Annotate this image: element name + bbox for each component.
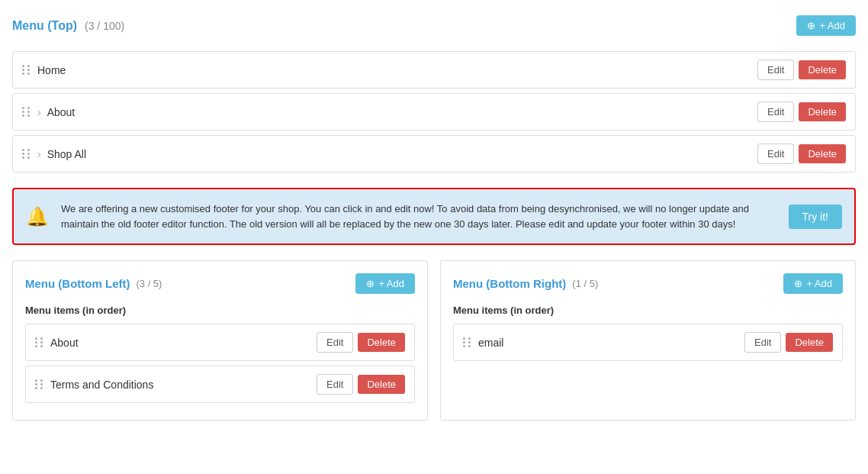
bl-about-delete-button[interactable]: Delete	[358, 333, 405, 352]
plus-icon-right: ⊕	[794, 278, 802, 289]
drag-handle-shop-all[interactable]	[22, 149, 31, 159]
menu-item-shop-all: › Shop All Edit Delete	[12, 135, 856, 173]
bell-icon: 🔔	[26, 206, 49, 227]
about-delete-button[interactable]: Delete	[799, 102, 846, 121]
bl-terms-delete-button[interactable]: Delete	[358, 375, 405, 394]
top-menu-title: Menu (Top)	[12, 19, 77, 33]
bottom-left-count: (3 / 5)	[136, 278, 162, 289]
shop-all-delete-button[interactable]: Delete	[799, 144, 846, 163]
page-wrapper: Menu (Top) (3 / 100) ⊕ + Add Home Edit D…	[0, 0, 868, 474]
menu-item-home: Home Edit Delete	[12, 51, 856, 89]
br-email-label: email	[478, 337, 744, 349]
about-label: About	[47, 106, 757, 118]
bottom-left-header: Menu (Bottom Left) (3 / 5) ⊕ + Add	[25, 273, 415, 294]
plus-icon: ⊕	[807, 20, 815, 31]
shop-all-edit-button[interactable]: Edit	[757, 143, 794, 164]
arrow-icon-about: ›	[37, 106, 41, 118]
bottom-right-add-label: + Add	[806, 278, 832, 289]
drag-handle-br-email[interactable]	[463, 337, 472, 347]
bottom-left-item-about: About Edit Delete	[25, 324, 415, 361]
bottom-left-item-terms: Terms and Conditions Edit Delete	[25, 366, 415, 403]
bottom-right-title: Menu (Bottom Right)	[453, 277, 566, 290]
bl-terms-label: Terms and Conditions	[50, 379, 317, 391]
bottom-left-title: Menu (Bottom Left)	[25, 277, 130, 290]
drag-handle-bl-about[interactable]	[35, 337, 44, 347]
top-menu-count: (3 / 100)	[85, 20, 124, 32]
alert-text: We are offering a new customised footer …	[61, 202, 776, 231]
bottom-left-add-button[interactable]: ⊕ + Add	[355, 273, 415, 294]
about-edit-button[interactable]: Edit	[757, 102, 794, 122]
top-menu-add-button[interactable]: ⊕ + Add	[796, 15, 856, 36]
bl-terms-edit-button[interactable]: Edit	[317, 374, 353, 395]
shop-all-label: Shop All	[47, 148, 757, 160]
br-email-delete-button[interactable]: Delete	[786, 333, 833, 352]
bottom-left-add-label: + Add	[378, 278, 404, 289]
bottom-right-items-label: Menu items (in order)	[453, 305, 843, 316]
bottom-left-items-label: Menu items (in order)	[25, 305, 415, 316]
top-menu-add-label: + Add	[819, 20, 845, 31]
alert-banner: 🔔 We are offering a new customised foote…	[12, 188, 856, 245]
bottom-right-section: Menu (Bottom Right) (1 / 5) ⊕ + Add Menu…	[440, 260, 856, 421]
bottom-right-count: (1 / 5)	[572, 278, 598, 289]
bottom-right-item-email: email Edit Delete	[453, 324, 843, 361]
bottom-right-add-button[interactable]: ⊕ + Add	[783, 273, 843, 294]
home-label: Home	[37, 64, 757, 76]
bottom-left-title-group: Menu (Bottom Left) (3 / 5)	[25, 277, 162, 290]
drag-handle-about[interactable]	[22, 107, 31, 117]
home-edit-button[interactable]: Edit	[757, 60, 794, 80]
bottom-left-section: Menu (Bottom Left) (3 / 5) ⊕ + Add Menu …	[12, 260, 428, 421]
home-delete-button[interactable]: Delete	[799, 60, 846, 79]
top-menu-title-group: Menu (Top) (3 / 100)	[12, 19, 124, 33]
br-email-edit-button[interactable]: Edit	[744, 332, 781, 353]
menu-item-about: › About Edit Delete	[12, 93, 856, 131]
bottom-right-header: Menu (Bottom Right) (1 / 5) ⊕ + Add	[453, 273, 843, 294]
plus-icon-left: ⊕	[366, 278, 375, 289]
try-it-button[interactable]: Try it!	[789, 205, 842, 229]
drag-handle-bl-terms[interactable]	[35, 379, 44, 389]
bottom-sections: Menu (Bottom Left) (3 / 5) ⊕ + Add Menu …	[12, 260, 856, 421]
bl-about-edit-button[interactable]: Edit	[317, 332, 353, 353]
bl-about-label: About	[50, 337, 317, 349]
arrow-icon-shop-all: ›	[37, 148, 41, 160]
drag-handle-home[interactable]	[22, 65, 31, 75]
bottom-right-title-group: Menu (Bottom Right) (1 / 5)	[453, 277, 598, 290]
top-menu-header: Menu (Top) (3 / 100) ⊕ + Add	[12, 12, 856, 39]
